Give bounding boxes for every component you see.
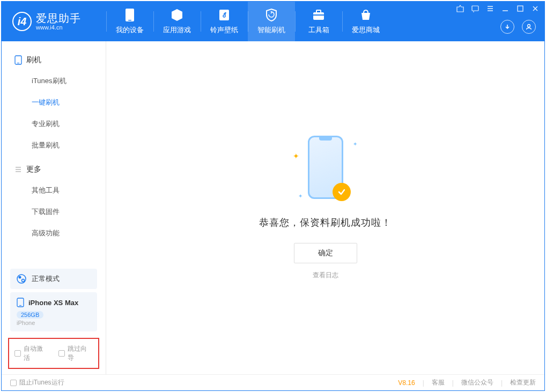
sidebar-item-itunes-flash[interactable]: iTunes刷机 (2, 70, 106, 92)
checkbox-label: 跳过向导 (68, 344, 93, 363)
app-window: i4 爱思助手 www.i4.cn 我的设备 应用游戏 铃声壁纸 智能刷机 (1, 1, 545, 391)
checkbox-auto-activate[interactable]: 自动激活 (14, 344, 49, 363)
sidebar-section-flash: 刷机 iTunes刷机 一键刷机 专业刷机 批量刷机 (2, 51, 106, 160)
section-title: 更多 (26, 165, 41, 174)
ok-button[interactable]: 确定 (294, 243, 357, 263)
tab-store[interactable]: 爱思商城 (342, 2, 389, 41)
logo-icon: i4 (12, 12, 32, 31)
body: 刷机 iTunes刷机 一键刷机 专业刷机 批量刷机 更多 其他工具 下载固件 … (2, 41, 544, 374)
svg-rect-5 (313, 14, 324, 16)
store-icon (359, 8, 373, 22)
footer-link-wechat[interactable]: 微信公众号 (461, 378, 493, 387)
mode-icon (17, 274, 26, 284)
sidebar-item-other-tools[interactable]: 其他工具 (2, 180, 106, 201)
svg-rect-10 (17, 63, 19, 63)
user-controls (500, 20, 536, 34)
sparkle-icon: ✦ (353, 141, 357, 147)
svg-rect-6 (472, 6, 478, 11)
footer: 阻止iTunes运行 V8.16 | 客服 | 微信公众号 | 检查更新 (2, 374, 544, 390)
device-icon (14, 55, 22, 65)
shield-icon (264, 8, 278, 22)
minimize-button[interactable] (501, 5, 509, 12)
close-button[interactable] (532, 5, 539, 12)
sidebar-item-batch-flash[interactable]: 批量刷机 (2, 135, 106, 156)
app-subtitle: www.i4.cn (36, 24, 81, 31)
device-name-row: iPhone XS Max (17, 298, 91, 307)
device-type: iPhone (17, 320, 91, 326)
svg-rect-1 (128, 20, 131, 21)
titlebar-right (456, 2, 544, 41)
sparkle-icon: ✦ (293, 152, 299, 160)
list-icon (14, 166, 22, 173)
success-illustration: ✦ ✦ ✦ (291, 136, 360, 205)
section-title: 刷机 (26, 55, 41, 65)
section-header-more: 更多 (2, 160, 106, 180)
device-card[interactable]: iPhone XS Max 256GB iPhone (10, 292, 97, 331)
svg-rect-4 (316, 10, 321, 13)
svg-point-13 (22, 279, 25, 282)
tab-label: 工具箱 (308, 25, 329, 35)
storage-badge: 256GB (17, 311, 43, 319)
menu-icon[interactable] (486, 5, 494, 12)
footer-link-update[interactable]: 检查更新 (510, 378, 536, 387)
logo-text: 爱思助手 www.i4.cn (36, 12, 81, 31)
sidebar-bottom: 正常模式 iPhone XS Max 256GB iPhone 自动激活 跳过向… (2, 265, 106, 374)
footer-link-support[interactable]: 客服 (432, 378, 445, 387)
logo-area: i4 爱思助手 www.i4.cn (2, 2, 106, 41)
svg-rect-3 (313, 12, 324, 20)
svg-point-12 (19, 276, 21, 279)
svg-rect-0 (126, 9, 134, 21)
section-header-flash: 刷机 (2, 51, 106, 70)
checkmark-badge-icon (333, 183, 351, 201)
music-icon (217, 8, 231, 22)
sparkle-icon: ✦ (298, 193, 302, 199)
mode-label: 正常模式 (32, 274, 60, 284)
checkbox-label: 自动激活 (24, 344, 49, 363)
svg-rect-15 (19, 305, 21, 306)
theme-icon[interactable] (456, 5, 464, 12)
main-content: ✦ ✦ ✦ 恭喜您，保资料刷机成功啦！ 确定 查看日志 (106, 41, 544, 374)
checkbox-label: 阻止iTunes运行 (19, 378, 64, 387)
view-log-link[interactable]: 查看日志 (313, 271, 338, 280)
titlebar: i4 爱思助手 www.i4.cn 我的设备 应用游戏 铃声壁纸 智能刷机 (2, 2, 544, 41)
highlighted-checkbox-row: 自动激活 跳过向导 (8, 338, 99, 369)
version-label: V8.16 (398, 379, 415, 387)
phone-small-icon (17, 298, 24, 307)
mode-status-card[interactable]: 正常模式 (10, 269, 97, 289)
sidebar: 刷机 iTunes刷机 一键刷机 专业刷机 批量刷机 更多 其他工具 下载固件 … (2, 41, 106, 374)
tab-flash[interactable]: 智能刷机 (248, 2, 295, 41)
tab-apps[interactable]: 应用游戏 (153, 2, 201, 41)
tab-label: 应用游戏 (163, 25, 191, 35)
svg-rect-7 (518, 6, 523, 11)
svg-point-11 (17, 275, 26, 283)
checkbox-block-itunes[interactable]: 阻止iTunes运行 (10, 378, 64, 387)
tab-label: 爱思商城 (352, 25, 380, 35)
app-title: 爱思助手 (36, 12, 81, 24)
feedback-icon[interactable] (471, 5, 479, 12)
window-controls (456, 5, 539, 12)
sidebar-item-oneclick-flash[interactable]: 一键刷机 (2, 92, 106, 113)
nav-tabs: 我的设备 应用游戏 铃声壁纸 智能刷机 工具箱 爱思商城 (106, 2, 389, 41)
tab-label: 我的设备 (116, 25, 144, 35)
device-name: iPhone XS Max (28, 299, 78, 307)
toolbox-icon (312, 8, 326, 22)
success-message: 恭喜您，保资料刷机成功啦！ (259, 216, 392, 229)
account-button[interactable] (522, 20, 536, 34)
svg-point-8 (528, 25, 530, 27)
checkbox-box (14, 350, 21, 357)
tab-toolbox[interactable]: 工具箱 (295, 2, 342, 41)
tab-my-device[interactable]: 我的设备 (106, 2, 153, 41)
footer-right: V8.16 | 客服 | 微信公众号 | 检查更新 (398, 378, 536, 387)
tab-label: 铃声壁纸 (210, 25, 238, 35)
maximize-button[interactable] (517, 5, 524, 12)
sidebar-item-pro-flash[interactable]: 专业刷机 (2, 113, 106, 135)
tab-label: 智能刷机 (257, 25, 285, 35)
sidebar-item-advanced[interactable]: 高级功能 (2, 223, 106, 244)
checkbox-box (10, 380, 17, 386)
phone-icon (123, 8, 137, 22)
sidebar-section-more: 更多 其他工具 下载固件 高级功能 (2, 160, 106, 248)
sidebar-item-download-firmware[interactable]: 下载固件 (2, 201, 106, 223)
checkbox-skip-guide[interactable]: 跳过向导 (58, 344, 93, 363)
download-button[interactable] (500, 20, 514, 34)
tab-ringtones[interactable]: 铃声壁纸 (201, 2, 248, 41)
